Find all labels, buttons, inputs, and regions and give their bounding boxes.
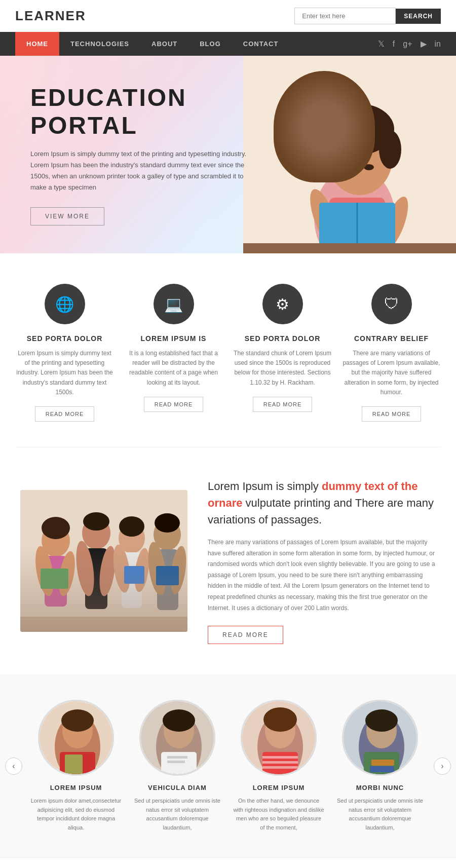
linkedin-icon[interactable]: in xyxy=(435,40,441,49)
svg-rect-37 xyxy=(156,566,179,585)
twitter-icon[interactable]: 𝕏 xyxy=(378,39,385,49)
feature-4-desc: There are many variations of passages of… xyxy=(342,349,441,397)
team-member-1: LOREM IPSUM Lorem ipsum dolor amet,conse… xyxy=(30,700,122,832)
nav-social: 𝕏 f g+ ▶ in xyxy=(378,39,441,49)
feature-3-title: SED PORTA DOLOR xyxy=(233,334,332,343)
team-member-2: VEHICULA DIAM Sed ut perspiciatis unde o… xyxy=(132,700,223,832)
svg-point-29 xyxy=(110,543,132,593)
youtube-icon[interactable]: ▶ xyxy=(421,39,427,49)
team-avatar-2 xyxy=(139,700,215,776)
team-grid: LOREM IPSUM Lorem ipsum dolor amet,conse… xyxy=(10,700,446,832)
facebook-icon[interactable]: f xyxy=(393,40,395,49)
feature-2-icon: 💻 xyxy=(154,284,194,324)
hero-view-more-button[interactable]: VIEW MORE xyxy=(30,207,104,225)
team-avatar-3 xyxy=(241,700,317,776)
about-content: Lorem Ipsum is simply dummy text of the … xyxy=(208,478,436,644)
feature-3-read-more[interactable]: READ MORE xyxy=(253,397,313,412)
svg-point-35 xyxy=(145,541,169,596)
team-member-3: LOREM IPSUM On the other hand, we denoun… xyxy=(233,700,324,832)
svg-rect-31 xyxy=(124,566,144,584)
search-input[interactable] xyxy=(294,8,396,24)
svg-rect-20 xyxy=(41,569,68,589)
svg-rect-14 xyxy=(20,490,187,632)
svg-point-48 xyxy=(163,709,195,732)
nav-links: HOME TECHNOLOGIES ABOUT BLOG CONTACT xyxy=(15,32,289,56)
feature-2-desc: It is a long established fact that a rea… xyxy=(124,349,223,388)
svg-rect-50 xyxy=(167,756,187,759)
svg-rect-65 xyxy=(371,760,394,766)
svg-point-36 xyxy=(168,545,187,595)
feature-1-icon: 🌐 xyxy=(45,284,85,324)
svg-point-12 xyxy=(346,164,356,170)
svg-rect-38 xyxy=(20,617,187,632)
svg-point-4 xyxy=(317,127,342,167)
about-title-normal: Lorem Ipsum is simply xyxy=(208,480,322,493)
feature-1-desc: Lorem Ipsum is simply dummy text of the … xyxy=(15,349,114,397)
feature-3: ⚙ SED PORTA DOLOR The standard chunk of … xyxy=(233,284,332,422)
nav-technologies[interactable]: TECHNOLOGIES xyxy=(59,32,140,56)
nav-about[interactable]: ABOUT xyxy=(140,32,188,56)
svg-point-24 xyxy=(73,540,97,597)
svg-rect-58 xyxy=(262,761,298,764)
svg-rect-57 xyxy=(262,756,298,759)
team-name-4: MORBI NUNC xyxy=(334,784,426,791)
svg-point-22 xyxy=(83,512,109,531)
svg-rect-34 xyxy=(157,549,178,610)
team-desc-1: Lorem ipsum dolor amet,consectetur adipi… xyxy=(30,797,122,832)
svg-rect-44 xyxy=(65,754,83,776)
search-button[interactable]: SEARCH xyxy=(396,9,441,24)
team-member-4: MORBI NUNC Sed ut perspiciatis unde omni… xyxy=(334,700,426,832)
hero-title: EDUCATION PORTAL xyxy=(30,84,253,139)
about-read-more-button[interactable]: READ MORE xyxy=(208,626,283,644)
svg-rect-56 xyxy=(262,752,298,776)
feature-2-read-more[interactable]: READ MORE xyxy=(144,397,204,412)
hero-section: EDUCATION PORTAL Lorem Ipsum is simply d… xyxy=(0,56,456,253)
carousel-prev-button[interactable]: ‹ xyxy=(5,758,22,775)
navbar: HOME TECHNOLOGIES ABOUT BLOG CONTACT 𝕏 f… xyxy=(0,32,456,56)
team-avatar-4 xyxy=(342,700,418,776)
feature-4-read-more[interactable]: READ MORE xyxy=(362,406,422,422)
svg-point-13 xyxy=(364,164,374,170)
svg-rect-51 xyxy=(167,761,185,763)
team-desc-2: Sed ut perspiciatis unde omnis iste natu… xyxy=(132,797,223,832)
team-desc-4: Sed ut perspiciatis unde omnis iste natu… xyxy=(334,797,426,832)
svg-rect-66 xyxy=(370,766,394,772)
svg-point-25 xyxy=(97,545,118,597)
svg-point-55 xyxy=(263,707,297,732)
svg-rect-28 xyxy=(122,552,142,608)
feature-4-icon: 🛡 xyxy=(371,284,412,324)
team-section: ‹ LOREM IPSUM Lorem ipsum dolor amet,con… xyxy=(0,674,456,857)
team-name-1: LOREM IPSUM xyxy=(30,784,122,791)
svg-point-63 xyxy=(365,709,398,732)
team-name-2: VEHICULA DIAM xyxy=(132,784,223,791)
svg-point-18 xyxy=(32,545,57,597)
header: LEARNER SEARCH xyxy=(0,0,456,32)
nav-home[interactable]: HOME xyxy=(15,32,59,56)
feature-1: 🌐 SED PORTA DOLOR Lorem Ipsum is simply … xyxy=(15,284,114,422)
feature-2: 💻 LOREM IPSUM IS It is a long establishe… xyxy=(124,284,223,422)
svg-rect-49 xyxy=(161,752,197,776)
svg-rect-17 xyxy=(45,556,67,607)
google-plus-icon[interactable]: g+ xyxy=(403,40,412,49)
feature-4: 🛡 CONTRARY BELIEF There are many variati… xyxy=(342,284,441,422)
hero-content: EDUCATION PORTAL Lorem Ipsum is simply d… xyxy=(0,63,284,246)
svg-point-42 xyxy=(61,709,94,732)
search-bar: SEARCH xyxy=(294,8,441,24)
feature-2-title: LOREM IPSUM IS xyxy=(124,334,223,343)
logo: LEARNER xyxy=(15,8,86,24)
nav-contact[interactable]: CONTACT xyxy=(232,32,290,56)
features-section: 🌐 SED PORTA DOLOR Lorem Ipsum is simply … xyxy=(0,253,456,447)
svg-point-19 xyxy=(56,550,78,597)
svg-point-33 xyxy=(155,513,180,533)
carousel-next-button[interactable]: › xyxy=(434,758,451,775)
svg-point-5 xyxy=(379,130,401,169)
feature-1-read-more[interactable]: READ MORE xyxy=(35,406,95,422)
svg-point-16 xyxy=(42,517,70,539)
team-name-3: LOREM IPSUM xyxy=(233,784,324,791)
nav-blog[interactable]: BLOG xyxy=(188,32,232,56)
svg-rect-23 xyxy=(85,548,107,609)
hero-description: Lorem Ipsum is simply dummy text of the … xyxy=(30,148,253,193)
feature-1-title: SED PORTA DOLOR xyxy=(15,334,114,343)
team-desc-3: On the other hand, we denounce with righ… xyxy=(233,797,324,832)
about-title: Lorem Ipsum is simply dummy text of the … xyxy=(208,478,436,528)
